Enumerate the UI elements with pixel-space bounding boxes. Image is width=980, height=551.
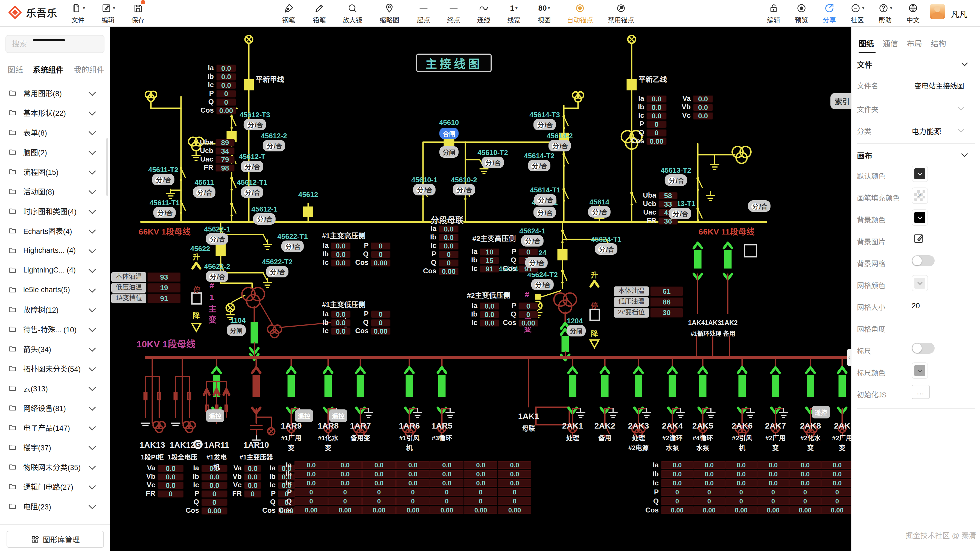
avatar[interactable] (930, 4, 945, 19)
toggle-switch[interactable] (912, 255, 935, 266)
sidebar-category-0[interactable]: 常用图形(8) (0, 83, 110, 103)
sidebar-category-9[interactable]: LightningC... (4) (0, 260, 110, 280)
toolbar-button-line-start[interactable]: 起点 (409, 0, 439, 26)
open-close-badge[interactable]: 分/合 (253, 213, 275, 225)
chevron-down-icon[interactable] (89, 285, 96, 293)
sidebar-category-7[interactable]: Echarts图表(4) (0, 221, 110, 240)
sidebar-category-18[interactable]: 楼宇(37) (0, 437, 110, 457)
chevron-down-icon[interactable] (958, 105, 964, 110)
open-close-badge[interactable]: 分/合 (413, 184, 436, 195)
sidebar-tab-1[interactable]: 系统组件 (33, 64, 64, 75)
panel-tab-布局[interactable]: 布局 (907, 38, 922, 49)
chevron-down-icon[interactable] (89, 206, 96, 214)
index-button[interactable]: 索引 (830, 93, 851, 110)
chevron-down-icon[interactable] (89, 384, 96, 391)
toolbar-button-share[interactable]: 分享 (815, 0, 843, 26)
chevron-down-icon[interactable] (89, 89, 96, 96)
chevron-down-icon[interactable] (89, 266, 96, 273)
open-close-badge[interactable]: 分/合 (521, 235, 544, 246)
sidebar-category-3[interactable]: 脑图(2) (0, 142, 110, 162)
sidebar-category-12[interactable]: 待售-特殊... (10) (0, 319, 110, 339)
sidebar-category-20[interactable]: 逻辑门电路(27) (0, 477, 110, 496)
open-close-badge[interactable]: 分/合 (669, 208, 691, 219)
panel-tab-图纸[interactable]: 图纸 (859, 38, 874, 49)
open-close-badge[interactable]: 分/合 (482, 157, 504, 168)
close-breaker-badge[interactable]: 合闸 (439, 128, 458, 139)
sidebar-category-21[interactable]: 电阻(23) (0, 496, 110, 516)
chevron-down-icon[interactable] (89, 423, 96, 430)
chevron-down-icon[interactable] (89, 345, 96, 352)
sidebar-category-14[interactable]: 拓扑图未分类(54) (0, 359, 110, 378)
open-close-badge[interactable]: 分/合 (282, 240, 304, 252)
remote-control-badge[interactable]: 遥控 (812, 406, 830, 418)
open-close-badge[interactable]: 分/合 (665, 175, 687, 186)
panel-collapse-handle[interactable]: ‹ (847, 349, 851, 366)
toolbar-button-auto-anchor[interactable]: 自动锚点 (560, 0, 600, 26)
panel-section-画布[interactable]: 画布 (857, 150, 975, 161)
open-close-badge[interactable]: 分/合 (266, 266, 288, 278)
edit-image-icon[interactable] (913, 232, 925, 245)
toolbar-button-pencil[interactable]: 铅笔 (304, 0, 335, 26)
remote-control-badge[interactable]: 遥控 (295, 410, 313, 422)
chevron-down-icon[interactable] (961, 60, 968, 66)
chevron-down-icon[interactable] (89, 187, 96, 194)
sidebar-category-17[interactable]: 电子产品(147) (0, 418, 110, 437)
open-close-badge[interactable]: 分/合 (533, 119, 556, 130)
chevron-down-icon[interactable] (89, 246, 96, 253)
row-value[interactable]: 变电站主接线图 (915, 80, 964, 91)
toolbar-button-help[interactable]: ▾帮助 (871, 0, 899, 26)
open-close-badge[interactable]: 分/合 (525, 257, 548, 268)
open-close-badge[interactable]: 分/合 (595, 243, 617, 255)
chevron-down-icon[interactable] (961, 150, 968, 157)
chevron-down-icon[interactable] (89, 108, 96, 116)
sidebar-category-2[interactable]: 表单(8) (0, 122, 110, 142)
open-close-badge[interactable]: 分/合 (528, 160, 550, 171)
open-close-badge[interactable]: 分/合 (152, 174, 175, 185)
sidebar-category-1[interactable]: 基本形状(22) (0, 103, 110, 122)
open-breaker-badge[interactable]: 分闸 (566, 325, 586, 337)
open-close-badge[interactable]: 分/合 (243, 119, 266, 130)
chevron-down-icon[interactable] (89, 364, 96, 372)
remote-control-badge[interactable]: 遥控 (329, 410, 347, 422)
sidebar-category-4[interactable]: 流程图(15) (0, 162, 110, 181)
chevron-down-icon[interactable] (89, 305, 96, 313)
sidebar-category-10[interactable]: le5le charts(5) (0, 280, 110, 300)
panel-section-文件[interactable]: 文件 (857, 59, 975, 70)
open-close-badge[interactable]: 分/合 (531, 279, 554, 290)
sidebar-tab-0[interactable]: 图纸 (8, 64, 23, 75)
toolbar-button-edit[interactable]: ▾编辑 (93, 0, 123, 26)
toolbar-button-connect-wave[interactable]: 连线 (469, 0, 499, 26)
open-close-badge[interactable]: 分/合 (241, 186, 263, 198)
toolbar-button-视图[interactable]: 80▾视图 (529, 0, 560, 26)
chevron-down-icon[interactable] (89, 502, 96, 509)
open-close-badge[interactable]: 分/合 (206, 233, 228, 245)
open-close-badge[interactable]: 分/合 (588, 206, 611, 218)
remote-control-badge[interactable]: 遥控 (206, 410, 224, 422)
open-close-badge[interactable]: 分/合 (241, 161, 263, 172)
toolbar-button-save[interactable]: 保存 (123, 0, 153, 26)
sidebar-category-8[interactable]: Highcharts... (4) (0, 240, 110, 260)
toolbar-button-file[interactable]: ▾文件 (63, 0, 93, 26)
sidebar-category-6[interactable]: 时序图和类图(4) (0, 201, 110, 221)
sidebar-category-16[interactable]: 网络设备(81) (0, 398, 110, 418)
chevron-down-icon[interactable] (89, 226, 96, 234)
open-close-badge[interactable]: 分/合 (453, 184, 475, 195)
sidebar-category-19[interactable]: 物联网未分类(35) (0, 457, 110, 477)
sidebar-scrollbar[interactable] (106, 138, 108, 196)
toolbar-button-magnifier[interactable]: 放大镜 (335, 0, 370, 26)
panel-tab-结构[interactable]: 结构 (931, 38, 946, 49)
toolbar-button-globe[interactable]: 中文 (899, 0, 927, 26)
panel-tab-通信[interactable]: 通信 (883, 38, 898, 49)
toolbar-button-preview[interactable]: 预览 (788, 0, 815, 26)
toggle-switch[interactable] (912, 343, 935, 354)
open-close-badge[interactable]: 分/合 (534, 194, 557, 205)
sidebar-category-5[interactable]: 活动图(8) (0, 181, 110, 201)
search-input[interactable] (5, 35, 105, 53)
color-swatch[interactable] (912, 362, 928, 379)
chevron-down-icon[interactable] (89, 167, 96, 175)
toolbar-button-pen[interactable]: 钢笔 (274, 0, 304, 26)
toolbar-button-unlock[interactable]: 编辑 (760, 0, 788, 26)
toolbar-button-线宽[interactable]: 1▾线宽 (499, 0, 529, 26)
color-swatch[interactable] (912, 210, 928, 226)
sidebar-tab-2[interactable]: 我的组件 (74, 64, 105, 75)
